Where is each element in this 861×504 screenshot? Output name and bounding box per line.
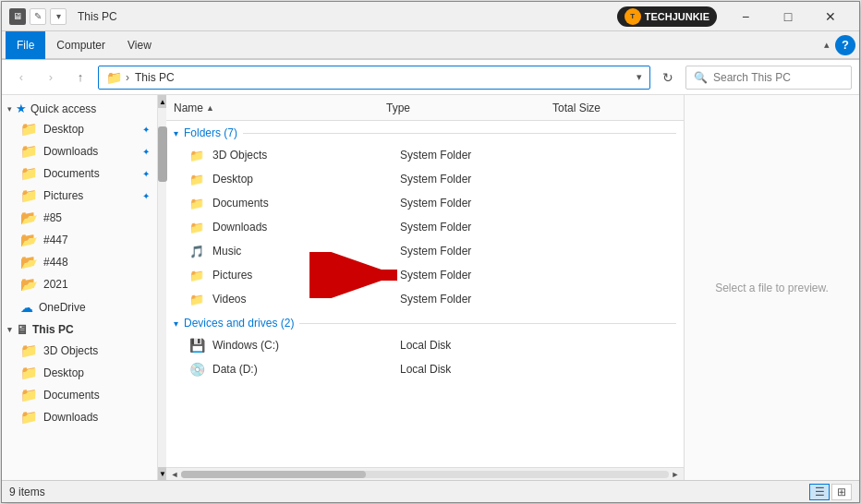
sidebar-item-downloads[interactable]: 📁 Downloads ✦ (2, 140, 157, 162)
address-bar: ‹ › ↑ 📁 › This PC ▾ ↻ 🔍 (2, 60, 859, 95)
file-music-name: Music (212, 245, 393, 258)
status-items-count: 9 items (9, 486, 802, 498)
downloads-file-icon: 📁 (188, 221, 205, 234)
file-row-3d-objects[interactable]: 📁 3D Objects System Folder (166, 143, 684, 167)
search-box[interactable]: 🔍 (685, 66, 852, 90)
drives-section-header[interactable]: ▾ Devices and drives (2) (166, 311, 684, 333)
sidebar-this-pc-header[interactable]: ▾ 🖥 This PC (2, 319, 157, 340)
title-icons: 🖥 ✎ ▾ (9, 8, 67, 25)
sidebar-item-documents-label: Documents (43, 167, 100, 180)
sidebar-item-3d-objects[interactable]: 📁 3D Objects (2, 340, 157, 362)
tab-file[interactable]: File (6, 31, 45, 59)
sidebar-item-85[interactable]: 📂 #85 (2, 207, 157, 229)
col-header-type[interactable]: Type (386, 102, 552, 114)
file-videos-type: System Folder (400, 293, 566, 306)
file-row-windows-c[interactable]: 💾 Windows (C:) Local Disk (166, 333, 684, 357)
sidebar-downloads-pc-label: Downloads (43, 411, 98, 424)
col-header-name[interactable]: Name ▲ (174, 102, 386, 114)
sidebar-item-85-label: #85 (43, 211, 62, 224)
search-input[interactable] (713, 71, 852, 84)
file-documents-name: Documents (212, 197, 393, 210)
sidebar-item-onedrive[interactable]: ☁ OneDrive (2, 297, 157, 318)
sidebar-item-documents[interactable]: 📁 Documents ✦ (2, 162, 157, 185)
pin-icon-3: ✦ (142, 169, 150, 179)
sort-arrow-icon: ▲ (206, 103, 214, 113)
address-path: This PC (135, 71, 175, 84)
downloads-pc-icon: 📁 (20, 409, 38, 426)
file-downloads-name: Downloads (212, 221, 393, 234)
this-pc-icon: 🖥 (16, 322, 29, 337)
videos-file-icon: 📁 (188, 293, 205, 306)
documents-pc-icon: 📁 (20, 387, 38, 403)
close-button[interactable]: ✕ (809, 2, 852, 31)
up-button[interactable]: ↑ (68, 66, 92, 90)
sidebar-item-448[interactable]: 📂 #448 (2, 251, 157, 273)
sidebar-item-documents-pc[interactable]: 📁 Documents (2, 384, 157, 406)
window-controls: − □ ✕ (724, 2, 852, 31)
sidebar-quick-access-header[interactable]: ▾ ★ Quick access (2, 99, 157, 118)
sidebar-item-desktop[interactable]: 📁 Desktop ✦ (2, 118, 157, 140)
file-row-documents[interactable]: 📁 Documents System Folder (166, 191, 684, 215)
window-title: This PC (78, 10, 617, 23)
file-row-desktop[interactable]: 📁 Desktop System Folder (166, 167, 684, 191)
back-button[interactable]: ‹ (9, 66, 33, 90)
folders-section-header[interactable]: ▾ Folders (7) (166, 121, 684, 143)
quick-access-label: Quick access (30, 102, 96, 115)
sidebar-documents-pc-label: Documents (43, 389, 100, 402)
file-row-music[interactable]: 🎵 Music System Folder (166, 239, 684, 263)
folder-447-icon: 📂 (20, 232, 38, 248)
sidebar-item-desktop-pc[interactable]: 📁 Desktop (2, 362, 157, 384)
file-videos-name: Videos (212, 293, 393, 306)
tab-view[interactable]: View (116, 31, 163, 59)
refresh-button[interactable]: ↻ (656, 66, 680, 90)
sidebar-item-downloads-label: Downloads (43, 145, 98, 158)
file-downloads-type: System Folder (400, 221, 566, 234)
tab-computer[interactable]: Computer (45, 31, 116, 59)
sidebar-group-quick-access: ▾ ★ Quick access 📁 Desktop ✦ 📁 Downloads… (2, 99, 157, 295)
main-window: 🖥 ✎ ▾ This PC T TECHJUNKIE − □ ✕ File Co… (1, 1, 860, 503)
preview-panel: Select a file to preview. (684, 95, 859, 480)
file-row-videos[interactable]: 📁 Videos System Folder (166, 287, 684, 311)
sidebar-3d-label: 3D Objects (43, 344, 98, 357)
help-button[interactable]: ? (835, 35, 855, 55)
techjunkie-badge: T TECHJUNKIE (617, 6, 717, 27)
sidebar-item-447[interactable]: 📂 #447 (2, 229, 157, 251)
3d-objects-file-icon: 📁 (188, 149, 205, 162)
file-row-downloads[interactable]: 📁 Downloads System Folder (166, 215, 684, 239)
data-d-icon: 💿 (188, 362, 205, 377)
drives-label: Devices and drives (2) (184, 317, 294, 330)
minimize-button[interactable]: − (724, 2, 767, 31)
sidebar-item-pictures[interactable]: 📁 Pictures ✦ (2, 185, 157, 207)
address-dropdown-icon[interactable]: ▾ (637, 71, 642, 83)
file-row-pictures[interactable]: 📁 Pictures System Folder (166, 263, 684, 287)
h-scroll-right-btn[interactable]: ► (669, 468, 682, 481)
scroll-track (158, 108, 166, 467)
desktop-file-icon: 📁 (188, 173, 205, 186)
view-large-icons-button[interactable]: ⊞ (831, 484, 852, 500)
windows-c-icon: 💾 (188, 338, 205, 353)
sidebar-item-2021-label: 2021 (43, 278, 68, 291)
tj-logo: T (625, 8, 641, 25)
h-scroll-thumb[interactable] (181, 471, 366, 478)
sidebar-item-downloads-pc[interactable]: 📁 Downloads (2, 406, 157, 428)
folder-2021-icon: 📂 (20, 276, 38, 293)
sidebar-item-2021[interactable]: 📂 2021 (2, 273, 157, 295)
h-scroll-left-btn[interactable]: ◄ (168, 468, 181, 481)
file-row-data-d[interactable]: 💿 Data (D:) Local Disk (166, 357, 684, 381)
address-box[interactable]: 📁 › This PC ▾ (98, 66, 650, 90)
maximize-button[interactable]: □ (767, 2, 809, 31)
view-details-button[interactable]: ☰ (809, 484, 830, 500)
this-pc-label: This PC (32, 323, 74, 336)
ribbon-collapse[interactable]: ▴ (824, 39, 830, 51)
forward-button[interactable]: › (39, 66, 63, 90)
drives-divider (299, 323, 676, 324)
file-pictures-name: Pictures (212, 269, 393, 282)
col-size-label: Total Size (552, 102, 600, 114)
music-file-icon: 🎵 (188, 245, 205, 258)
main-area: ▾ ★ Quick access 📁 Desktop ✦ 📁 Downloads… (2, 95, 859, 480)
col-header-size[interactable]: Total Size (552, 102, 676, 114)
file-music-type: System Folder (400, 245, 566, 258)
pictures-folder-icon: 📁 (20, 187, 38, 204)
address-separator: › (126, 71, 129, 84)
sidebar-scrollbar: ▲ ▼ (157, 95, 166, 480)
